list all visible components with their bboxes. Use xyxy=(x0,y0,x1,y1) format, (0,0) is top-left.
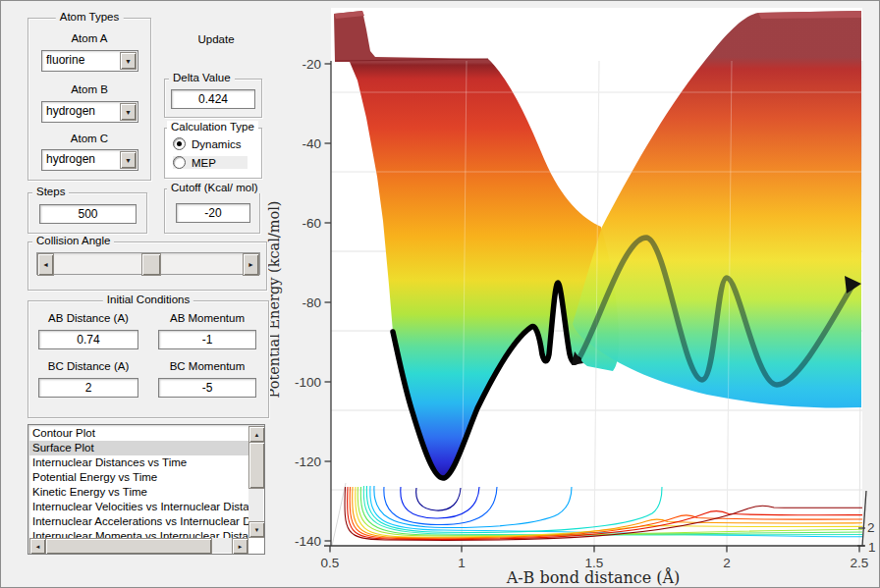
atom-b-value: hydrogen xyxy=(46,104,95,118)
scroll-down-arrow-icon[interactable]: ▼ xyxy=(248,521,265,538)
list-item[interactable]: Internuclear Velocities vs Internuclear … xyxy=(29,500,248,514)
cutoff-title: Cutoff (Kcal/ mol) xyxy=(167,182,262,193)
atom-a-label: Atom A xyxy=(28,32,150,44)
radio-dynamics-icon[interactable] xyxy=(173,137,186,150)
atom-b-dropdown[interactable]: hydrogen ▼ xyxy=(41,101,138,123)
control-sidebar: Atom Types Atom A fluorine ▼ Atom B hydr… xyxy=(0,0,880,588)
vertical-scroll-thumb[interactable] xyxy=(248,442,265,489)
ab-momentum-field[interactable]: -1 xyxy=(158,330,256,349)
atom-c-label: Atom C xyxy=(28,133,150,144)
delta-value-title: Delta Value xyxy=(169,72,235,83)
atom-types-title: Atom Types xyxy=(56,11,124,23)
ab-distance-field[interactable]: 0.74 xyxy=(38,330,138,349)
atom-b-label: Atom B xyxy=(28,83,150,95)
initial-conditions-title: Initial Conditions xyxy=(103,294,193,305)
list-item[interactable]: Kinetic Energy vs Time xyxy=(29,485,248,500)
cutoff-field[interactable]: -20 xyxy=(176,203,250,223)
initial-conditions-panel: Initial Conditions AB Distance (A) AB Mo… xyxy=(28,300,269,418)
listbox-vertical-scrollbar[interactable]: ▲ ▼ xyxy=(248,426,263,538)
listbox-horizontal-scrollbar[interactable]: ◄ ► xyxy=(29,538,248,553)
scroll-up-arrow-icon[interactable]: ▲ xyxy=(248,426,265,443)
atom-types-panel: Atom Types Atom A fluorine ▼ Atom B hydr… xyxy=(28,18,151,181)
ab-distance-label: AB Distance (A) xyxy=(30,312,146,324)
radio-mep-icon[interactable] xyxy=(173,156,186,169)
list-item-selected[interactable]: Surface Plot xyxy=(29,441,248,455)
collision-angle-panel: Collision Angle ◄ ► xyxy=(28,241,267,291)
application-window: { "window": { "bg": "#f0f0f0", "border":… xyxy=(0,0,880,588)
list-item[interactable]: Internuclear Momenta vs Internuclear Dis… xyxy=(29,529,248,538)
slider-left-arrow-icon[interactable]: ◄ xyxy=(37,253,54,276)
atom-a-dropdown-arrow-icon[interactable]: ▼ xyxy=(120,52,137,70)
update-button[interactable]: Update xyxy=(175,29,257,49)
listbox-items: Contour Plot Surface Plot Internuclear D… xyxy=(29,426,248,538)
calculation-type-panel: Calculation Type Dynamics MEP xyxy=(164,128,262,179)
atom-c-dropdown[interactable]: hydrogen ▼ xyxy=(41,149,138,171)
atom-b-dropdown-arrow-icon[interactable]: ▼ xyxy=(120,103,137,121)
collision-angle-title: Collision Angle xyxy=(32,235,114,246)
cutoff-panel: Cutoff (Kcal/ mol) -20 xyxy=(164,188,260,234)
radio-dynamics[interactable]: Dynamics xyxy=(173,137,241,150)
atom-a-dropdown[interactable]: fluorine ▼ xyxy=(41,50,138,72)
list-item[interactable]: Potential Energy vs Time xyxy=(29,470,248,485)
scroll-left-arrow-icon[interactable]: ◄ xyxy=(29,538,46,555)
horizontal-scroll-thumb[interactable] xyxy=(45,538,212,555)
collision-angle-slider[interactable]: ◄ ► xyxy=(36,252,260,275)
steps-title: Steps xyxy=(32,186,69,197)
atom-c-value: hydrogen xyxy=(46,152,95,166)
list-item[interactable]: Internuclear Accelerations vs Internucle… xyxy=(29,514,248,529)
radio-mep[interactable]: MEP xyxy=(173,156,248,169)
bc-distance-field[interactable]: 2 xyxy=(38,378,138,398)
bc-momentum-label: BC Momentum xyxy=(152,360,262,372)
steps-panel: Steps 500 xyxy=(28,192,147,234)
ab-momentum-label: AB Momentum xyxy=(152,312,262,324)
radio-mep-label: MEP xyxy=(192,157,216,169)
bc-momentum-field[interactable]: -5 xyxy=(158,378,256,398)
atom-a-value: fluorine xyxy=(46,53,84,67)
delta-value-panel: Delta Value 0.424 xyxy=(164,79,262,118)
scroll-right-arrow-icon[interactable]: ► xyxy=(232,538,248,555)
radio-dynamics-label: Dynamics xyxy=(192,138,241,150)
plot-type-listbox[interactable]: Contour Plot Surface Plot Internuclear D… xyxy=(28,424,265,555)
delta-value-field[interactable]: 0.424 xyxy=(171,89,255,109)
bc-distance-label: BC Distance (A) xyxy=(30,360,146,372)
steps-field[interactable]: 500 xyxy=(39,204,137,224)
list-item[interactable]: Internuclear Distances vs Time xyxy=(29,455,248,470)
slider-thumb[interactable] xyxy=(141,253,161,276)
atom-c-dropdown-arrow-icon[interactable]: ▼ xyxy=(120,151,137,169)
list-item[interactable]: Contour Plot xyxy=(29,426,248,441)
slider-right-arrow-icon[interactable]: ► xyxy=(243,253,259,276)
calculation-type-title: Calculation Type xyxy=(167,121,258,133)
